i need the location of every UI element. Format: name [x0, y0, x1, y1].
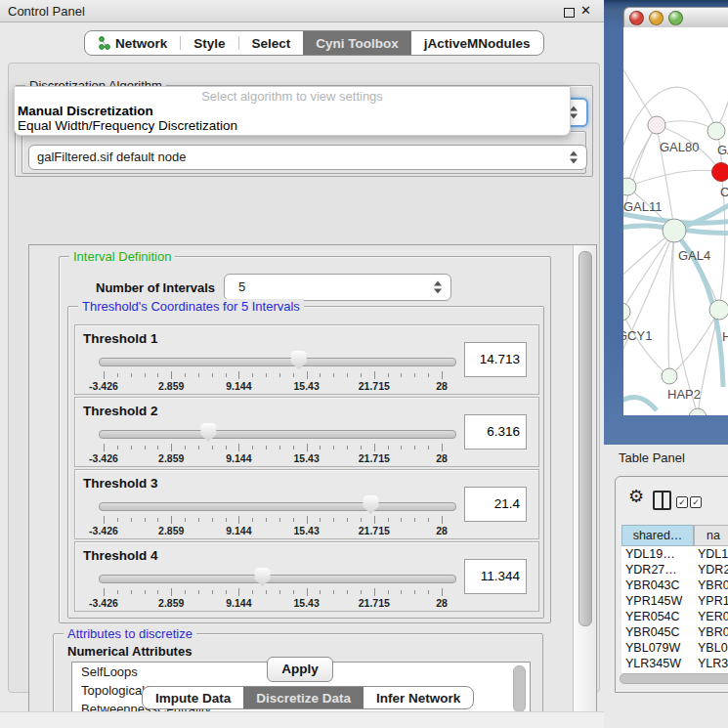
thresholds-title: Threshold's Coordinates for 5 Intervals [78, 299, 304, 314]
slider-ticks [75, 444, 466, 452]
tab-network[interactable]: Network [85, 31, 180, 55]
tab-jactivemnodules[interactable]: jActiveMNodules [411, 31, 543, 55]
table-row[interactable]: YLR345WYLR3 [621, 656, 728, 671]
apply-button[interactable]: Apply [267, 657, 333, 682]
table-body[interactable]: YDL19…YDL1YDR27…YDR2YBR043CYBR0YPR145WYP… [621, 546, 728, 673]
network-node[interactable] [689, 408, 707, 415]
float-window-icon[interactable] [564, 8, 575, 18]
tab-select[interactable]: Select [239, 31, 304, 55]
slider-tick-labels: -3.4262.8599.14415.4321.71528 [75, 452, 466, 464]
slider-thumb[interactable] [254, 568, 272, 586]
slider-thumb[interactable] [362, 495, 379, 514]
cyni-bottom-tabs: Impute Data Discretize Data Infer Networ… [142, 686, 474, 709]
table-cell[interactable]: YBL079W [625, 640, 692, 656]
checkbox-icon[interactable]: ✓ [690, 496, 702, 508]
control-panel-tabs: Network Style Select Cyni Toolbox jActiv… [84, 30, 544, 56]
network-node-selected[interactable] [712, 163, 728, 182]
threshold-label: Threshold 4 [83, 548, 158, 563]
table-cell[interactable]: YDR27… [625, 562, 692, 578]
network-node-gcy1[interactable] [623, 303, 630, 321]
table-cell[interactable]: YER054C [625, 609, 692, 624]
slider-thumb[interactable] [199, 423, 217, 442]
network-node-hap2[interactable] [662, 368, 677, 384]
column-header-name[interactable]: na [694, 525, 728, 546]
threshold-value-field[interactable]: 6.316 [464, 414, 527, 450]
network-node-gal80[interactable] [648, 116, 665, 134]
network-node-gal11[interactable] [623, 178, 636, 195]
table-cell[interactable]: YPR145W [625, 593, 692, 609]
numerical-attributes-label: Numerical Attributes [67, 644, 192, 659]
tab-infer-network[interactable]: Infer Network [364, 687, 473, 708]
table-cell[interactable]: YER0 [698, 609, 728, 624]
network-node[interactable] [707, 122, 725, 140]
network-window[interactable]: GAL80 GA C GAL11 GAL4 GCY1 H HAP2 [604, 0, 728, 445]
table-cell[interactable]: YPR1 [698, 593, 728, 609]
close-icon[interactable]: ✕ [580, 3, 591, 18]
network-window-titlebar[interactable] [623, 7, 728, 28]
split-view-icon[interactable] [653, 491, 671, 510]
number-of-intervals-label: Number of Intervals [96, 280, 215, 295]
cyni-toolbox-panel: Discretization Algorithm Table Data galF… [8, 63, 600, 693]
table-row[interactable]: YDL19…YDL1 [621, 546, 728, 562]
threshold-row: Threshold 4-3.4262.8599.14415.4321.71528… [74, 541, 539, 612]
table-cell[interactable]: YLR345W [625, 656, 692, 671]
slider-track[interactable] [99, 575, 456, 583]
gear-icon[interactable]: ⚙ [628, 488, 644, 505]
slider-track[interactable] [99, 358, 456, 366]
tab-impute-data[interactable]: Impute Data [143, 687, 243, 708]
threshold-row: Threshold 3-3.4262.8599.14415.4321.71528… [74, 469, 539, 539]
table-row[interactable]: YPR145WYPR1 [621, 593, 728, 609]
spinner-arrows-icon [434, 281, 442, 294]
slider-track[interactable] [99, 502, 456, 511]
network-canvas[interactable]: GAL80 GA C GAL11 GAL4 GCY1 H HAP2 [623, 27, 728, 415]
interval-definition-title: Interval Definition [69, 249, 175, 264]
threshold-value-field[interactable]: 11.344 [464, 559, 527, 594]
slider-track[interactable] [99, 430, 456, 439]
network-node-gal4[interactable] [663, 219, 686, 242]
minimize-window-icon[interactable] [649, 11, 664, 25]
table-data-group: Table Data galFiltered.sif default node [21, 131, 586, 174]
tab-style[interactable]: Style [181, 31, 237, 55]
network-node-h[interactable] [709, 300, 728, 320]
close-window-icon[interactable] [629, 11, 644, 25]
horizontal-scrollbar[interactable] [620, 673, 728, 684]
table-cell[interactable]: YBR0 [698, 578, 728, 593]
number-of-intervals-spinner[interactable]: 5 [224, 274, 451, 301]
slider-thumb[interactable] [290, 351, 308, 369]
table-row[interactable]: YBR045CYBR0 [621, 624, 728, 640]
vertical-scrollbar-thumb[interactable] [578, 251, 592, 626]
table-cell[interactable]: YDL1 [698, 546, 728, 562]
table-data-combobox[interactable]: galFiltered.sif default node [28, 145, 587, 170]
table-cell[interactable]: YBR045C [625, 624, 692, 640]
column-header-shared-name[interactable]: shared… [621, 525, 694, 546]
threshold-value-field[interactable]: 21.4 [464, 487, 527, 522]
table-cell[interactable]: YBR043C [625, 578, 692, 593]
checkbox-icon[interactable]: ✓ [676, 496, 688, 508]
panel-title: Control Panel [8, 4, 85, 19]
threshold-value-field[interactable]: 14.713 [464, 342, 527, 377]
svg-text:GAL11: GAL11 [623, 199, 663, 214]
table-row[interactable]: YDR27…YDR2 [621, 562, 728, 578]
dropdown-item-equal-width[interactable]: Equal Width/Frequency Discretization [18, 118, 237, 133]
table-cell[interactable]: YDR2 [698, 562, 728, 578]
list-scrollbar[interactable] [513, 665, 526, 712]
table-panel: ⚙ ✓ ✓ shared… na YDL19…YDL1YDR27…YDR2YBR… [615, 476, 728, 693]
svg-text:HAP2: HAP2 [667, 387, 701, 402]
table-cell[interactable]: YBL0 [698, 640, 728, 656]
table-row[interactable]: YER054CYER0 [621, 609, 728, 624]
table-cell[interactable]: YBR0 [698, 624, 728, 640]
table-cell[interactable]: YLR3 [698, 656, 728, 671]
slider-tick-labels: -3.4262.8599.14415.4321.71528 [75, 597, 466, 609]
zoom-window-icon[interactable] [668, 11, 683, 25]
table-row[interactable]: YBL079WYBL0 [621, 640, 728, 656]
dropdown-placeholder-item[interactable]: Select algorithm to view settings [15, 89, 570, 104]
tab-cyni-toolbox[interactable]: Cyni Toolbox [303, 31, 411, 55]
vertical-scrollbar[interactable] [573, 245, 596, 713]
control-panel-titlebar: Control Panel ✕ [0, 0, 604, 22]
tab-discretize-data[interactable]: Discretize Data [243, 687, 364, 708]
table-row[interactable]: YBR043CYBR0 [621, 578, 728, 593]
svg-text:C: C [720, 185, 728, 199]
dropdown-item-manual-discretization[interactable]: Manual Discretization [18, 104, 153, 118]
bottom-strip [0, 711, 604, 728]
table-cell[interactable]: YDL19… [625, 546, 692, 562]
